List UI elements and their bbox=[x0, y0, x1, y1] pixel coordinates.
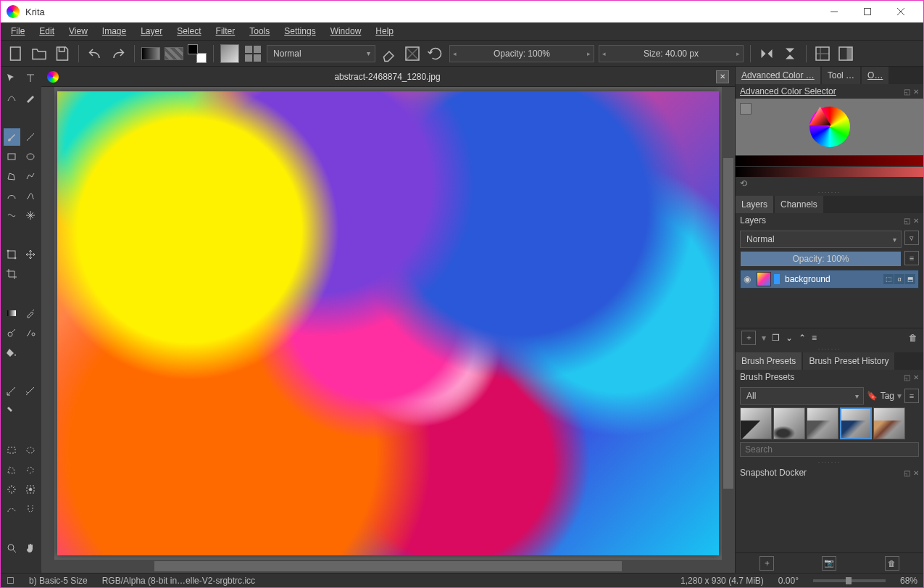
canvas[interactable] bbox=[57, 91, 719, 555]
status-brush[interactable]: b) Basic-5 Size bbox=[29, 576, 88, 586]
brush-editor-button[interactable] bbox=[244, 44, 262, 63]
duplicate-layer-button[interactable]: ❐ bbox=[772, 333, 780, 343]
tool-line[interactable] bbox=[22, 128, 39, 146]
alpha-lock-button[interactable] bbox=[403, 44, 422, 63]
minimize-button[interactable] bbox=[817, 1, 851, 22]
preset-item[interactable] bbox=[807, 407, 838, 439]
preset-item[interactable] bbox=[840, 407, 872, 439]
menu-filter[interactable]: Filter bbox=[209, 24, 243, 38]
layer-name[interactable]: background bbox=[783, 274, 881, 284]
zoom-slider[interactable] bbox=[813, 579, 886, 582]
maximize-button[interactable] bbox=[851, 1, 884, 22]
menu-help[interactable]: Help bbox=[368, 24, 401, 38]
add-snapshot-button[interactable]: ＋ bbox=[759, 556, 774, 571]
undo-button[interactable] bbox=[86, 44, 104, 63]
layer-alpha-icon[interactable]: α bbox=[894, 274, 904, 284]
status-angle[interactable]: 0.00° bbox=[778, 576, 799, 586]
tool-multibrush[interactable] bbox=[22, 207, 39, 224]
tool-measure[interactable] bbox=[22, 383, 39, 400]
mirror-h-button[interactable] bbox=[757, 44, 776, 63]
menu-layer[interactable]: Layer bbox=[133, 24, 170, 38]
tab-brush-presets[interactable]: Brush Presets bbox=[736, 352, 802, 370]
tool-move[interactable] bbox=[4, 70, 20, 87]
eraser-mode-button[interactable] bbox=[380, 44, 399, 63]
bookmark-icon[interactable]: 🔖 bbox=[867, 391, 878, 401]
tool-polygon[interactable] bbox=[4, 167, 20, 185]
color-settings-icon[interactable] bbox=[740, 103, 752, 115]
close-panel-icon[interactable]: ✕ bbox=[913, 373, 919, 381]
float-icon[interactable]: ◱ bbox=[904, 469, 910, 477]
layer-opacity-slider[interactable]: Opacity: 100% bbox=[740, 251, 902, 267]
pattern-swatch[interactable] bbox=[165, 47, 183, 60]
tool-poly-select[interactable] bbox=[4, 461, 20, 479]
tool-pattern-edit[interactable] bbox=[4, 324, 20, 341]
menu-file[interactable]: File bbox=[4, 24, 32, 38]
layer-settings-button[interactable]: ≡ bbox=[904, 251, 919, 265]
tool-magnetic-select[interactable] bbox=[22, 500, 39, 518]
move-layer-up-button[interactable]: ⌃ bbox=[799, 333, 806, 343]
move-layer-down-button[interactable]: ⌄ bbox=[786, 333, 793, 343]
layer-inherit-icon[interactable]: ⬒ bbox=[905, 274, 915, 284]
layer-props-button[interactable]: ≡ bbox=[812, 333, 817, 343]
tool-rectangle[interactable] bbox=[4, 148, 20, 165]
preset-item[interactable] bbox=[773, 407, 805, 439]
tool-reference[interactable] bbox=[4, 402, 20, 420]
tool-edit-shapes[interactable] bbox=[4, 89, 20, 107]
layer-blend-combo[interactable]: Normal bbox=[740, 231, 902, 248]
tool-pan[interactable] bbox=[22, 539, 39, 557]
menu-view[interactable]: View bbox=[62, 24, 95, 38]
tool-polyline[interactable] bbox=[22, 167, 39, 185]
close-button[interactable] bbox=[884, 1, 917, 22]
tool-rect-select[interactable] bbox=[4, 442, 20, 459]
delete-snapshot-button[interactable]: 🗑 bbox=[885, 556, 899, 571]
layer-lock-icon[interactable]: ⬚ bbox=[883, 274, 894, 284]
menu-window[interactable]: Window bbox=[323, 24, 369, 38]
status-selection-icon[interactable]: ☐ bbox=[7, 576, 14, 586]
brush-preset-swatch[interactable] bbox=[220, 44, 239, 63]
mirror-v-button[interactable] bbox=[781, 44, 799, 63]
preset-view-button[interactable]: ≡ bbox=[904, 389, 919, 403]
open-file-button[interactable] bbox=[30, 44, 49, 63]
tool-gradient[interactable] bbox=[4, 305, 20, 322]
scrollbar-horizontal[interactable] bbox=[54, 560, 722, 573]
tool-zoom[interactable] bbox=[4, 539, 20, 557]
color-selector[interactable] bbox=[736, 99, 923, 177]
preset-search-input[interactable]: Search bbox=[740, 442, 919, 457]
tool-smart-fill[interactable] bbox=[22, 324, 39, 341]
menu-image[interactable]: Image bbox=[95, 24, 133, 38]
tool-calligraphy[interactable] bbox=[22, 89, 39, 107]
preset-item[interactable] bbox=[873, 407, 905, 439]
tab-brush-history[interactable]: Brush Preset History bbox=[803, 352, 894, 370]
menu-select[interactable]: Select bbox=[170, 24, 208, 38]
layer-item[interactable]: ◉ background ⬚α⬒ bbox=[740, 270, 919, 289]
redo-button[interactable] bbox=[109, 44, 128, 63]
tool-free-select[interactable] bbox=[22, 461, 39, 479]
float-icon[interactable]: ◱ bbox=[904, 373, 910, 381]
capture-snapshot-button[interactable]: 📷 bbox=[822, 556, 836, 571]
workspace-chooser-button[interactable] bbox=[836, 44, 855, 63]
reload-preset-button[interactable] bbox=[426, 44, 445, 63]
tab-channels[interactable]: Channels bbox=[775, 196, 823, 213]
tool-ellipse-select[interactable] bbox=[22, 442, 39, 459]
menu-tools[interactable]: Tools bbox=[242, 24, 277, 38]
scrollbar-vertical[interactable] bbox=[722, 87, 735, 560]
tab-tool-options[interactable]: Tool … bbox=[822, 67, 860, 84]
tool-crop[interactable] bbox=[4, 265, 20, 283]
tool-move-layer[interactable] bbox=[22, 246, 39, 263]
status-zoom[interactable]: 68% bbox=[900, 576, 917, 586]
layer-filter-button[interactable]: ▿ bbox=[904, 231, 919, 245]
tool-transform[interactable] bbox=[4, 246, 20, 263]
tool-text[interactable] bbox=[22, 70, 39, 87]
tool-dynamic-brush[interactable] bbox=[4, 207, 20, 224]
tool-bezier[interactable] bbox=[4, 187, 20, 204]
tool-color-picker[interactable] bbox=[22, 305, 39, 322]
status-profile[interactable]: RGB/Alpha (8-bit in…elle-V2-srgbtrc.icc bbox=[102, 576, 255, 586]
tool-color-select[interactable] bbox=[22, 481, 39, 498]
close-panel-icon[interactable]: ✕ bbox=[913, 88, 919, 96]
tab-close-button[interactable]: ✕ bbox=[716, 70, 729, 83]
tool-freehand-path[interactable] bbox=[22, 187, 39, 204]
blend-mode-combo[interactable]: Normal bbox=[267, 45, 375, 62]
new-file-button[interactable] bbox=[7, 44, 25, 63]
save-file-button[interactable] bbox=[53, 44, 72, 63]
fg-bg-swatch[interactable] bbox=[188, 44, 207, 63]
